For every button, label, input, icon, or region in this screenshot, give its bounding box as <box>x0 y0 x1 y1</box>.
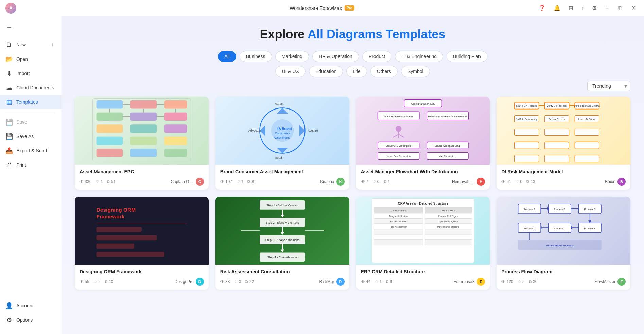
svg-text:Step 3 - Analyse the risks: Step 3 - Analyse the risks <box>265 238 300 242</box>
sidebar-item-import[interactable]: ⬇ Import <box>0 66 61 81</box>
card-meta: 👁 61 ♡ 0 ⧉ 13 Baion B <box>501 178 626 186</box>
card-author: Hemavathi... H <box>452 178 485 186</box>
settings-button[interactable]: ⚙ <box>590 3 599 13</box>
template-card[interactable]: CRP Area's - Detailed Structure Componen… <box>356 197 490 290</box>
svg-rect-119 <box>374 234 423 240</box>
filter-symbol[interactable]: Symbol <box>401 66 430 77</box>
card-thumbnail: Step 1 - Set the Context Step 2 - Identi… <box>215 197 349 265</box>
help-button[interactable]: ❓ <box>537 3 547 13</box>
author-avatar: H <box>477 178 485 186</box>
template-card[interactable]: Step 1 - Set the Context Step 2 - Identi… <box>215 197 349 290</box>
svg-text:Operations System: Operations System <box>439 220 458 223</box>
svg-text:Process 5: Process 5 <box>554 227 566 230</box>
account-icon: 👤 <box>5 302 13 310</box>
svg-text:Attract: Attract <box>275 102 283 105</box>
svg-rect-78 <box>97 227 142 232</box>
filter-it[interactable]: IT & Engineering <box>395 51 443 62</box>
template-card[interactable]: Asset Management EPC 👁 330 ♡ 1 ⧉ 51 Capt… <box>75 97 209 190</box>
svg-text:Start a UX Process: Start a UX Process <box>516 104 537 107</box>
sidebar-back[interactable]: ← <box>0 20 61 34</box>
svg-rect-65 <box>515 129 539 135</box>
sort-select[interactable]: Trending Newest Most Popular <box>587 81 630 91</box>
sidebar-item-save-as[interactable]: 💾 Save As <box>0 129 61 144</box>
filter-marketing[interactable]: Marketing <box>275 51 309 62</box>
bell-button[interactable]: 🔔 <box>552 3 562 13</box>
card-meta: 👁 107 ♡ 1 ⧉ 8 Kiraaaa K <box>220 178 345 186</box>
svg-rect-117 <box>374 229 423 235</box>
like-count: ♡ 5 <box>518 279 525 284</box>
svg-text:Service Workspace Setup: Service Workspace Setup <box>434 145 460 147</box>
svg-text:Process 1: Process 1 <box>524 208 536 211</box>
svg-text:Map Connections: Map Connections <box>439 155 456 158</box>
filter-business[interactable]: Business <box>240 51 272 62</box>
svg-rect-13 <box>130 149 157 157</box>
card-author: FlowMaster F <box>594 278 626 286</box>
sidebar-item-label: Account <box>16 303 55 308</box>
svg-rect-5 <box>130 124 157 133</box>
author-avatar: E <box>477 278 485 286</box>
template-card[interactable]: Start a UX Process Verify D-I Process De… <box>497 97 630 190</box>
template-card[interactable]: 4A Brand Consumers Asset Mgmt Attract Ac… <box>215 97 349 190</box>
sidebar-item-account[interactable]: 👤 Account <box>0 299 61 313</box>
filter-product[interactable]: Product <box>362 51 391 62</box>
sidebar-item-new[interactable]: 🗋 New ＋ <box>0 37 61 52</box>
sidebar-item-open[interactable]: 📂 Open <box>0 52 61 66</box>
save-icon: 💾 <box>5 118 13 126</box>
sidebar-item-cloud[interactable]: ☁ Cloud Documents <box>0 81 61 95</box>
restore-button[interactable]: ⧉ <box>615 4 625 13</box>
card-info: Risk Assessment Consultation 👁 88 ♡ 3 ⧉ … <box>215 265 349 290</box>
template-card[interactable]: Asset Manager 2020 Standard Resource Mod… <box>356 97 490 190</box>
filter-row-1: All Business Marketing HR & Operation Pr… <box>75 51 630 62</box>
sidebar-item-templates[interactable]: ▦ Templates <box>0 95 61 109</box>
import-icon: ⬇ <box>5 70 13 77</box>
card-author: DesignPro D <box>175 278 204 286</box>
template-card[interactable]: Designing ORM Framework Designing ORM Fr… <box>75 197 209 290</box>
svg-rect-120 <box>425 234 472 240</box>
svg-text:ERP Area's: ERP Area's <box>441 209 455 212</box>
view-count: 👁 44 <box>361 279 371 284</box>
card-author: RiskMgr R <box>319 278 345 286</box>
filter-ui[interactable]: UI & UX <box>275 66 306 77</box>
minimize-button[interactable]: − <box>603 4 611 13</box>
author-avatar: C <box>196 178 204 186</box>
like-count: ♡ 3 <box>234 279 241 284</box>
plus-icon: ＋ <box>49 40 55 49</box>
like-count: ♡ 2 <box>93 279 101 284</box>
sidebar-item-print[interactable]: 🖨 Print <box>0 158 61 172</box>
svg-text:Import Data Connection: Import Data Connection <box>386 155 411 158</box>
svg-text:Standard Resource Model: Standard Resource Model <box>384 115 413 118</box>
sidebar-divider <box>5 112 55 112</box>
sidebar-item-options[interactable]: ⚙ Options <box>0 313 61 327</box>
sidebar-item-label: Options <box>16 317 55 323</box>
filter-hr[interactable]: HR & Operation <box>312 51 359 62</box>
svg-text:Create CRM via template: Create CRM via template <box>386 145 411 147</box>
filter-education[interactable]: Education <box>309 66 343 77</box>
close-button[interactable]: ✕ <box>629 3 639 13</box>
svg-rect-66 <box>545 129 569 135</box>
svg-rect-2 <box>97 124 123 133</box>
svg-rect-70 <box>575 142 599 149</box>
filter-life[interactable]: Life <box>346 66 367 77</box>
filter-others[interactable]: Others <box>370 66 398 77</box>
svg-rect-122 <box>425 240 472 245</box>
author-avatar: F <box>617 278 626 286</box>
filter-building[interactable]: Building Plan <box>447 51 487 62</box>
svg-text:Verify D-I Process: Verify D-I Process <box>547 104 567 107</box>
author-avatar: R <box>336 278 345 286</box>
grid-button[interactable]: ⊞ <box>567 3 575 13</box>
svg-rect-79 <box>97 235 157 241</box>
sidebar-item-export[interactable]: 📤 Export & Send <box>0 144 61 158</box>
svg-rect-12 <box>97 149 123 157</box>
template-card[interactable]: Process 1 Process 2 Process 3 Process 4 <box>497 197 630 290</box>
sidebar-spacer <box>0 172 61 299</box>
svg-rect-77 <box>97 223 187 223</box>
share-button[interactable]: ↑ <box>579 4 586 13</box>
card-thumbnail: Asset Manager 2020 Standard Resource Mod… <box>356 97 490 165</box>
sidebar-item-label: Save As <box>16 134 55 139</box>
view-count: 👁 55 <box>80 279 89 284</box>
filter-all[interactable]: All <box>218 51 236 62</box>
sidebar-item-save[interactable]: 💾 Save <box>0 115 61 129</box>
svg-rect-80 <box>97 244 134 249</box>
card-title: DI Risk Management Model <box>501 169 626 175</box>
card-meta: 👁 88 ♡ 3 ⧉ 22 RiskMgr R <box>220 278 345 286</box>
